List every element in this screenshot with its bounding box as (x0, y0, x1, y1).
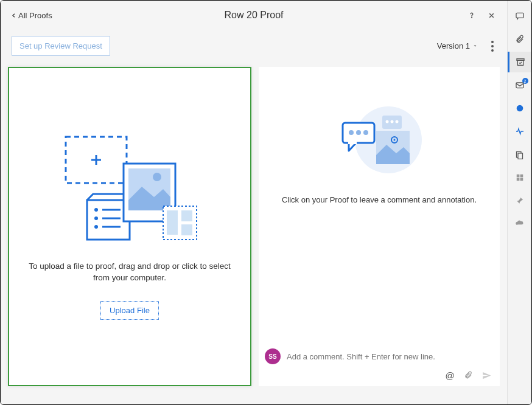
attach-button[interactable] (462, 369, 474, 381)
globe-icon (515, 103, 525, 113)
paperclip-icon (515, 35, 524, 44)
rail-apps-button[interactable] (508, 167, 532, 188)
comment-input[interactable] (287, 352, 494, 361)
upload-instructions: To upload a file to proof, drag and drop… (21, 261, 238, 284)
comment-panel: Click on your Proof to leave a comment a… (259, 67, 500, 386)
svg-rect-29 (348, 142, 357, 144)
svg-point-5 (94, 208, 98, 212)
grid-icon (516, 173, 524, 182)
svg-rect-36 (516, 83, 523, 88)
page-header: All Proofs Row 20 Proof (1, 1, 507, 30)
right-rail: 2 (507, 1, 531, 404)
comment-empty-text: Click on your Proof to leave a comment a… (282, 195, 477, 206)
close-button[interactable] (485, 9, 497, 21)
svg-point-37 (516, 105, 523, 112)
svg-point-31 (356, 130, 361, 135)
activity-icon (515, 126, 525, 136)
rail-comments-button[interactable] (508, 5, 532, 26)
back-link[interactable]: All Proofs (10, 11, 52, 20)
svg-point-25 (394, 139, 396, 141)
send-icon (482, 371, 491, 380)
pin-icon (516, 196, 524, 205)
chevron-left-icon (10, 12, 17, 19)
upload-file-button[interactable]: Upload File (100, 301, 159, 320)
page-title: Row 20 Proof (225, 10, 284, 21)
version-dropdown[interactable]: Version 1 (437, 41, 478, 50)
close-icon (488, 12, 495, 19)
cloud-icon (515, 219, 525, 229)
svg-point-32 (363, 130, 368, 135)
rail-notifications-button[interactable]: 2 (508, 75, 532, 95)
svg-rect-42 (516, 178, 519, 181)
svg-point-7 (94, 216, 98, 220)
mention-button[interactable]: @ (444, 369, 456, 381)
comment-illustration (331, 97, 428, 189)
rail-globe-button[interactable] (508, 98, 532, 119)
notification-badge: 2 (522, 78, 528, 84)
rail-proofs-button[interactable] (508, 52, 532, 72)
svg-rect-15 (167, 210, 178, 235)
svg-rect-39 (518, 153, 523, 159)
svg-point-0 (472, 17, 472, 18)
svg-rect-33 (516, 13, 523, 18)
paperclip-icon (464, 371, 472, 379)
svg-point-21 (391, 120, 394, 123)
rail-pin-button[interactable] (508, 190, 532, 211)
caret-down-icon (472, 43, 478, 49)
chat-icon (515, 11, 525, 21)
rail-activity-button[interactable] (508, 121, 532, 142)
help-button[interactable] (466, 9, 478, 21)
setup-review-button[interactable]: Set up Review Request (12, 36, 110, 56)
svg-rect-17 (181, 224, 192, 235)
archive-check-icon (516, 57, 525, 67)
svg-point-20 (386, 120, 389, 123)
upload-illustration (60, 133, 200, 243)
send-button[interactable] (480, 369, 492, 381)
svg-point-22 (396, 120, 399, 123)
svg-point-9 (94, 225, 98, 229)
svg-rect-16 (181, 210, 192, 221)
svg-point-13 (153, 173, 161, 181)
toolbar: Set up Review Request Version 1 (1, 30, 507, 62)
rail-attachments-button[interactable] (508, 29, 532, 49)
overflow-menu-button[interactable] (489, 38, 496, 54)
svg-rect-43 (520, 178, 523, 181)
back-label: All Proofs (18, 11, 52, 20)
version-label: Version 1 (437, 41, 470, 50)
svg-rect-40 (516, 175, 519, 178)
help-icon (467, 11, 476, 19)
rail-cloud-button[interactable] (508, 213, 532, 234)
rail-copy-button[interactable] (508, 144, 532, 165)
svg-point-30 (349, 130, 354, 135)
copy-icon (515, 150, 524, 159)
upload-panel[interactable]: To upload a file to proof, drag and drop… (8, 67, 251, 386)
svg-rect-41 (520, 175, 523, 178)
avatar: SS (265, 348, 281, 364)
